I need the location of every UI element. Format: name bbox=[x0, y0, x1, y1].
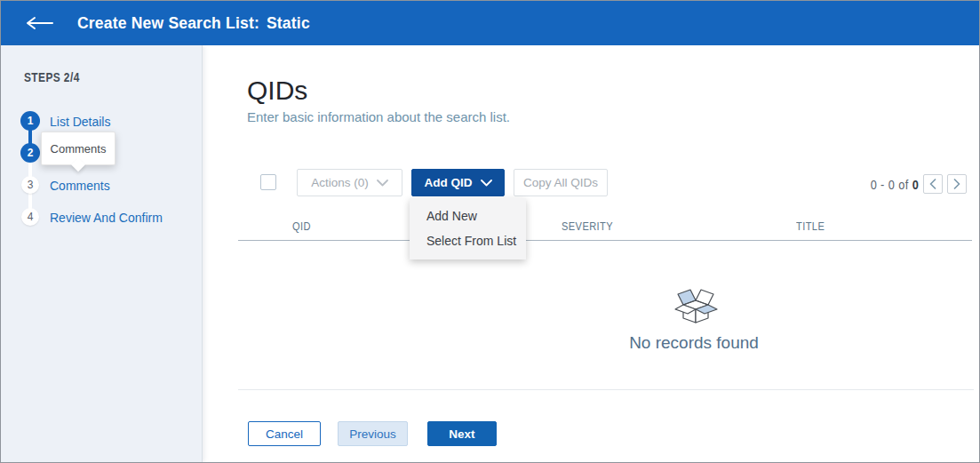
create-search-list-window: Create New Search List:Static STEPS 2/4 … bbox=[0, 0, 980, 463]
chevron-right-icon bbox=[953, 179, 960, 189]
back-button[interactable] bbox=[26, 16, 54, 30]
copy-all-qids-button[interactable]: Copy All QIDs bbox=[514, 169, 608, 196]
cancel-button[interactable]: Cancel bbox=[248, 421, 321, 446]
column-header-severity[interactable]: SEVERITY bbox=[562, 220, 622, 233]
page-subtitle: Enter basic information about the search… bbox=[247, 109, 510, 124]
window-title-text: Create New Search List: bbox=[77, 14, 259, 32]
pagination-range: 0 - 0 of 0 bbox=[870, 177, 919, 192]
next-page-button[interactable] bbox=[947, 174, 967, 194]
open-box-icon bbox=[671, 282, 721, 328]
header-bar: Create New Search List:Static bbox=[1, 1, 979, 45]
chevron-down-icon bbox=[481, 180, 492, 187]
pagination-total: 0 bbox=[912, 177, 919, 192]
step-circle-1[interactable]: 1 bbox=[20, 111, 40, 131]
empty-state-message: No records found bbox=[594, 333, 794, 353]
copy-all-qids-label: Copy All QIDs bbox=[523, 176, 598, 189]
table-header-divider bbox=[238, 240, 972, 241]
chevron-down-icon bbox=[377, 180, 388, 187]
actions-button-label: Actions (0) bbox=[311, 176, 369, 189]
window-title: Create New Search List:Static bbox=[77, 14, 310, 33]
step-circle-3[interactable]: 3 bbox=[21, 176, 39, 194]
add-qid-button[interactable]: Add QID bbox=[411, 169, 505, 196]
steps-sidebar: STEPS 2/4 1 2 3 4 List Details Comments … bbox=[1, 45, 203, 462]
next-button[interactable]: Next bbox=[427, 421, 497, 446]
step-tooltip: Comments bbox=[41, 132, 116, 165]
menu-item-add-new[interactable]: Add New bbox=[410, 204, 526, 228]
sidebar-item-review-and-confirm[interactable]: Review And Confirm bbox=[50, 211, 163, 225]
step-circle-4[interactable]: 4 bbox=[21, 208, 39, 226]
back-arrow-icon bbox=[26, 16, 54, 30]
window-title-mode: Static bbox=[267, 14, 310, 32]
footer-divider bbox=[238, 389, 974, 390]
sidebar-item-comments[interactable]: Comments bbox=[50, 179, 110, 193]
add-qid-dropdown-menu: Add New Select From List bbox=[410, 198, 526, 259]
actions-button[interactable]: Actions (0) bbox=[297, 169, 402, 196]
add-qid-button-label: Add QID bbox=[425, 176, 473, 189]
column-header-title[interactable]: TITLE bbox=[796, 220, 830, 233]
select-all-checkbox[interactable] bbox=[260, 174, 276, 190]
chevron-left-icon bbox=[929, 179, 936, 189]
menu-item-select-from-list[interactable]: Select From List bbox=[410, 228, 526, 253]
previous-page-button[interactable] bbox=[923, 174, 943, 194]
step-circle-2[interactable]: 2 bbox=[20, 143, 40, 163]
page-title: QIDs bbox=[247, 76, 307, 106]
column-header-qid[interactable]: QID bbox=[292, 220, 315, 233]
sidebar-item-list-details[interactable]: List Details bbox=[50, 115, 110, 129]
pagination: 0 - 0 of 0 bbox=[862, 174, 967, 194]
previous-button[interactable]: Previous bbox=[338, 421, 408, 446]
steps-progress-label: STEPS 2/4 bbox=[24, 70, 90, 84]
